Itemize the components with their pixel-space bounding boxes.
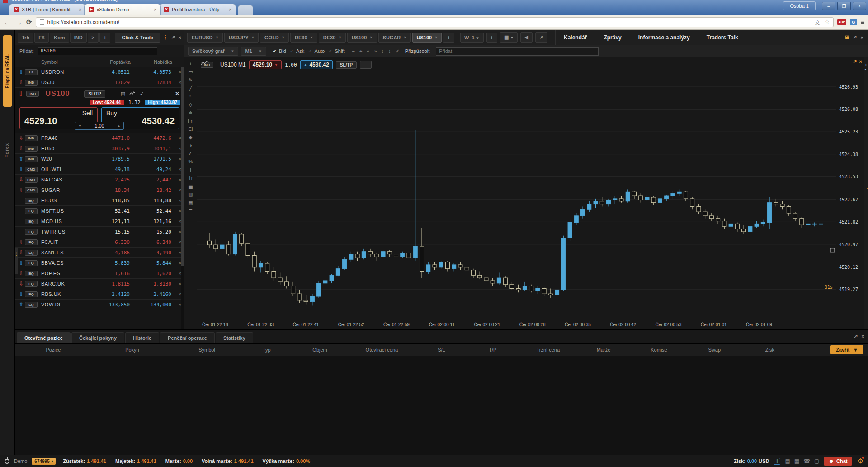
zoom-out-icon[interactable]: − <box>352 48 354 54</box>
row-close-icon[interactable]: × <box>171 271 181 276</box>
chart-type-dropdown[interactable]: Svíčkový graf▼ <box>188 47 238 56</box>
row-close-icon[interactable]: × <box>171 70 181 75</box>
browser-tab[interactable]: ✕Profil Investora - Účty× <box>159 4 236 15</box>
chart-tab-close-icon[interactable]: × <box>370 35 372 40</box>
watchlist-row[interactable]: ⇩EQSAN1.ES4,1864,190× <box>15 248 184 258</box>
scale-v-icon[interactable]: ↕ <box>382 48 384 54</box>
watchlist-tab->[interactable]: > <box>88 33 99 43</box>
watchlist-row[interactable]: ⇩CMDSUGAR18,3418,42× <box>15 185 184 195</box>
detach-icon[interactable]: ↗ <box>535 32 547 43</box>
volume-stepper[interactable]: ▼ 1.00 ▲ <box>75 122 124 130</box>
angle-tool-icon[interactable]: ∠ <box>186 151 195 156</box>
panel-close-icon[interactable]: × <box>862 334 864 339</box>
legend-chart-icon[interactable] <box>360 61 372 69</box>
bottom-tab[interactable]: Otevřené pozice <box>17 332 71 343</box>
sltp-button[interactable]: SL/TP <box>84 90 105 98</box>
scale-v2-icon[interactable]: ↕ <box>388 48 391 54</box>
frame-icon[interactable]: ▢ <box>814 458 819 464</box>
new-tab-button[interactable] <box>238 5 253 15</box>
address-bar[interactable]: https://xstation.xtb.com/demo/ 文 ☆ <box>36 17 834 27</box>
menu-item[interactable]: Traders Talk <box>698 30 746 45</box>
watchlist-row[interactable]: ⇧CMDOIL.WTI49,1849,24× <box>15 164 184 175</box>
watchlist-row[interactable]: ⇧EQVOW.DE133,850134,000× <box>15 300 184 310</box>
row-close-icon[interactable]: × <box>171 261 181 266</box>
chart-tab-close-icon[interactable]: × <box>435 35 437 40</box>
click-and-trade-button[interactable]: Click & Trade <box>115 33 160 43</box>
rows-icon[interactable]: ▤ <box>785 458 790 464</box>
reload-button[interactable]: ⟳ <box>26 18 32 26</box>
watchlist-row[interactable]: ⇧EQRBS.UK2,41202,4160× <box>15 289 184 300</box>
row-close-icon[interactable]: × <box>171 157 181 162</box>
toggle-bid[interactable]: ✔Bid <box>273 48 286 54</box>
forex-rail-label[interactable]: Forex <box>5 143 9 157</box>
row-close-icon[interactable]: × <box>171 136 181 141</box>
row-close-icon[interactable]: × <box>171 229 181 234</box>
text-tool[interactable]: T <box>186 167 195 172</box>
scroll-right-icon[interactable]: » <box>374 48 377 54</box>
bookmark-star-icon[interactable]: ☆ <box>825 19 830 26</box>
tab-close-icon[interactable]: × <box>227 7 231 12</box>
chart-tab-de30[interactable]: DE30× <box>290 33 317 43</box>
adblock-icon[interactable]: ABP <box>837 19 846 25</box>
menu-item[interactable]: Informace a analýzy <box>630 30 698 45</box>
close-instrument-icon[interactable]: ✕ <box>175 91 181 97</box>
settings-gear-icon[interactable]: ⚙ <box>858 457 863 465</box>
bottom-tab[interactable]: Čekající pokyny <box>71 332 124 343</box>
watchlist-row[interactable]: EQFB.US118,85118,88× <box>15 195 184 206</box>
bottom-tab[interactable]: Statistiky <box>216 332 253 343</box>
chart-tab-us100[interactable]: US100× <box>347 33 377 43</box>
watchlist-row[interactable]: ⇩EQBARC.UK1,81151,8130× <box>15 279 184 289</box>
watchlist-tab-+[interactable]: + <box>99 33 110 43</box>
toggle-auto[interactable]: ✓Auto <box>308 48 325 54</box>
fit-label[interactable]: Přizpůsobit <box>405 48 429 54</box>
chart-tab-us100[interactable]: US100× <box>412 33 442 43</box>
add-indicator-input[interactable] <box>436 47 599 56</box>
browser-tab[interactable]: ✕XTB | Forex | Komodit× <box>9 4 86 15</box>
watchlist-row[interactable]: ⇩EQFCA.IT6,3306,340× <box>15 237 184 248</box>
right-rail[interactable]: ◂ ▸ ⋮ <box>864 57 868 329</box>
arc-tool-icon[interactable]: ◑ <box>186 143 195 148</box>
price-axis[interactable]: ↗ × 4526.934526.084525.234524.384523.534… <box>836 57 864 329</box>
legend-sltp-button[interactable]: SL/TP <box>336 61 357 69</box>
forward-button[interactable]: → <box>15 19 23 26</box>
collapse-left-icon[interactable]: ◂ <box>865 63 866 66</box>
main-detach-icon[interactable]: ↗ <box>853 34 857 40</box>
add-tool-icon[interactable]: + <box>186 61 195 67</box>
add-chart-tab-button[interactable]: + <box>443 33 454 43</box>
row-close-icon[interactable]: × <box>171 167 181 172</box>
add-workspace-button[interactable]: + <box>486 33 497 43</box>
toggle-shift[interactable]: ✓Shift <box>328 48 344 54</box>
watchlist-tab-ind[interactable]: IND <box>70 33 87 43</box>
row-close-icon[interactable]: × <box>171 188 181 193</box>
chart-tab-de30[interactable]: DE30× <box>319 33 346 43</box>
fn-tool[interactable]: Fn <box>186 118 195 124</box>
chat-button[interactable]: ☻ Chat <box>824 457 852 466</box>
panel-drag-handle[interactable]: ⋮ <box>15 248 18 274</box>
menu-item[interactable]: Zprávy <box>595 30 629 45</box>
grid-icon[interactable]: ▦ <box>794 458 799 464</box>
bottom-tab[interactable]: Peněžní operace <box>160 332 215 343</box>
toggle-ask[interactable]: ✓Ask <box>290 48 305 54</box>
watchlist-tab-kom[interactable]: Kom <box>50 33 69 43</box>
elliott-tool[interactable]: El <box>186 126 195 132</box>
watchlist-row[interactable]: ⇧EQBBVA.ES5,8395,844× <box>15 258 184 268</box>
row-close-icon[interactable]: × <box>171 177 181 182</box>
power-icon[interactable] <box>5 459 9 464</box>
collapse-right-icon[interactable]: ▸ <box>865 67 866 71</box>
chart-tab-close-icon[interactable]: × <box>216 35 218 40</box>
close-position-button[interactable]: Zavřít▼ <box>830 345 863 354</box>
row-close-icon[interactable]: × <box>171 198 181 203</box>
chart-detach-icon[interactable]: ↗ <box>853 59 857 65</box>
browser-tab[interactable]: ▶xStation Demo× <box>84 4 161 15</box>
row-close-icon[interactable]: × <box>171 302 181 307</box>
watchlist-tab-fx[interactable]: FX <box>34 33 49 43</box>
watchlist-close-icon[interactable]: × <box>179 35 181 40</box>
line-tool-icon[interactable]: ╱ <box>186 86 195 91</box>
chart-tab-close-icon[interactable]: × <box>339 35 341 40</box>
main-close-icon[interactable]: × <box>861 35 863 40</box>
watchlist-row[interactable]: ⇩INDEU503037,93041,1× <box>15 143 184 154</box>
wave-tool-icon[interactable]: ≈ <box>186 94 195 99</box>
legend-bid-box[interactable]: 4529.10▼ <box>249 60 282 69</box>
row-close-icon[interactable]: × <box>171 146 181 151</box>
watchlist-row[interactable]: ⇧INDW201789,51791,5× <box>15 154 184 164</box>
